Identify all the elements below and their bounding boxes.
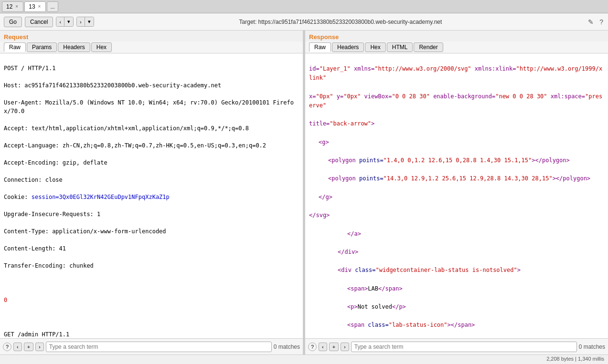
resp-line-10: </div>: [309, 248, 604, 257]
request-search-matches: 0 matches: [274, 343, 300, 350]
cancel-button[interactable]: Cancel: [25, 17, 53, 27]
tab-bar: 12 × 13 × ...: [0, 0, 608, 13]
resp-line-9: </a>: [309, 229, 604, 239]
go-button[interactable]: Go: [4, 17, 22, 27]
req-line-12: Transfer-Encoding: chunked: [4, 262, 94, 269]
tab-13-close[interactable]: ×: [37, 4, 42, 9]
tab-more[interactable]: ...: [47, 1, 58, 12]
tab-13-label: 13: [29, 3, 35, 10]
resp-line-2: x="0px" y="0px" viewBox="0 0 28 30" enab…: [309, 93, 602, 109]
req-line-8: Cookie: session=3Qx0EGl32KrN42GEuDpv1NFp…: [4, 194, 170, 200]
req-line-5: Accept-Language: zh-CN,zh;q=0.8,zh-TW;q=…: [4, 142, 266, 149]
resp-line-7: </g>: [309, 193, 604, 202]
help-icon[interactable]: ?: [598, 17, 604, 27]
tab-hex-request[interactable]: Hex: [91, 42, 112, 52]
resp-line-5: <polygon points="1.4,0 0,1.2 12.6,15 0,2…: [309, 156, 604, 165]
request-search-input[interactable]: [46, 342, 272, 352]
response-search-help[interactable]: ?: [308, 343, 317, 351]
resp-line-11: <div class="widgetcontainer-lab-status i…: [309, 266, 604, 275]
main-content: Request Raw Params Headers Hex POST / HT…: [0, 31, 608, 354]
request-search-next[interactable]: ›: [35, 343, 44, 351]
resp-line-12: <span>LAB</span>: [309, 284, 604, 293]
response-search-next-plus[interactable]: +: [329, 343, 339, 351]
req-line-4: Accept: text/html,application/xhtml+xml,…: [4, 125, 249, 132]
resp-line-8: </svg>: [309, 212, 330, 218]
tab-render-response[interactable]: Render: [414, 42, 443, 52]
request-title: Request: [0, 31, 303, 42]
edit-icon[interactable]: ✎: [587, 17, 595, 27]
nav-forward-button[interactable]: ›: [77, 17, 85, 26]
req-line-14: 0: [4, 297, 7, 303]
nav-back-dropdown[interactable]: ▾: [64, 17, 73, 26]
req-line-1: POST / HTTP/1.1: [4, 65, 55, 72]
toolbar: Go Cancel ‹ ▾ › ▾ Target: https://ac951f…: [0, 13, 608, 31]
tab-headers-request[interactable]: Headers: [58, 42, 90, 52]
resp-line-4: <g>: [309, 138, 604, 147]
req-line-11: Content-Length: 41: [4, 245, 66, 252]
response-search-input[interactable]: [351, 342, 577, 352]
resp-line-13: <p>Not solved</p>: [309, 302, 604, 312]
target-prefix: Target:: [239, 19, 258, 25]
request-body: POST / HTTP/1.1 Host: ac951fa71f46213380…: [0, 53, 303, 338]
req-line-9: Upgrade-Insecure-Requests: 1: [4, 211, 100, 218]
tab-html-response[interactable]: HTML: [387, 42, 413, 52]
response-search-bar: ? ‹ + › 0 matches: [305, 338, 608, 354]
resp-line-14: <span class="lab-status-icon"></span>: [309, 321, 604, 330]
tab-12-close[interactable]: ×: [14, 4, 19, 9]
req-line-7: Connection: close: [4, 177, 63, 183]
request-panel: Request Raw Params Headers Hex POST / HT…: [0, 31, 303, 354]
target-url-value: https://ac951fa71f46213380b52332003800b0…: [258, 19, 442, 25]
tab-12-label: 12: [6, 3, 12, 10]
tab-params[interactable]: Params: [27, 42, 57, 52]
request-search-bar: ? ‹ + › 0 matches: [0, 338, 303, 354]
nav-forward-dropdown[interactable]: ▾: [85, 17, 94, 26]
tab-raw-response[interactable]: Raw: [309, 42, 331, 52]
response-body: id="Layer_1" xmlns="http://www.w3.org/20…: [305, 53, 608, 338]
request-search-help[interactable]: ?: [3, 343, 11, 351]
request-search-next-plus[interactable]: +: [24, 343, 33, 351]
target-url: Target: https://ac951fa71f46213380b52332…: [97, 19, 584, 25]
tab-12[interactable]: 12 ×: [2, 1, 23, 12]
nav-forward-group: › ▾: [76, 17, 94, 27]
tab-13[interactable]: 13 ×: [24, 1, 46, 12]
toolbar-icons: ✎ ?: [587, 17, 604, 27]
req-line-3: User-Agent: Mozilla/5.0 (Windows NT 10.0…: [4, 99, 294, 114]
req-line-10: Content-Type: application/x-www-form-url…: [4, 228, 166, 235]
req-line-6: Accept-Encoding: gzip, deflate: [4, 159, 107, 166]
response-search-next[interactable]: ›: [341, 343, 349, 351]
response-panel: Response Raw Headers Hex HTML Render id=…: [305, 31, 608, 354]
tab-raw-request[interactable]: Raw: [4, 42, 26, 52]
nav-back-group: ‹ ▾: [56, 17, 74, 27]
tab-headers-response[interactable]: Headers: [332, 42, 364, 52]
status-text: 2,208 bytes | 1,340 millis: [546, 356, 604, 362]
req-line-2: Host: ac951fa71f46213380b52332003800b0.w…: [4, 82, 221, 89]
response-title: Response: [305, 31, 608, 42]
tab-hex-response[interactable]: Hex: [365, 42, 385, 52]
response-tabs: Raw Headers Hex HTML Render: [305, 42, 608, 53]
nav-back-button[interactable]: ‹: [56, 17, 64, 26]
response-search-matches: 0 matches: [579, 343, 605, 350]
resp-line-3: title="back-arrow">: [309, 120, 374, 127]
status-bar: 2,208 bytes | 1,340 millis: [0, 354, 608, 364]
req-line-16: GET /admin HTTP/1.1: [4, 331, 69, 338]
response-search-prev[interactable]: ‹: [319, 343, 327, 351]
resp-line-6: <polygon points="14.3,0 12.9,1.2 25.6,15…: [309, 174, 604, 183]
resp-line-1: id="Layer_1" xmlns="http://www.w3.org/20…: [309, 65, 602, 81]
request-tabs: Raw Params Headers Hex: [0, 42, 303, 53]
request-search-prev[interactable]: ‹: [13, 343, 22, 351]
